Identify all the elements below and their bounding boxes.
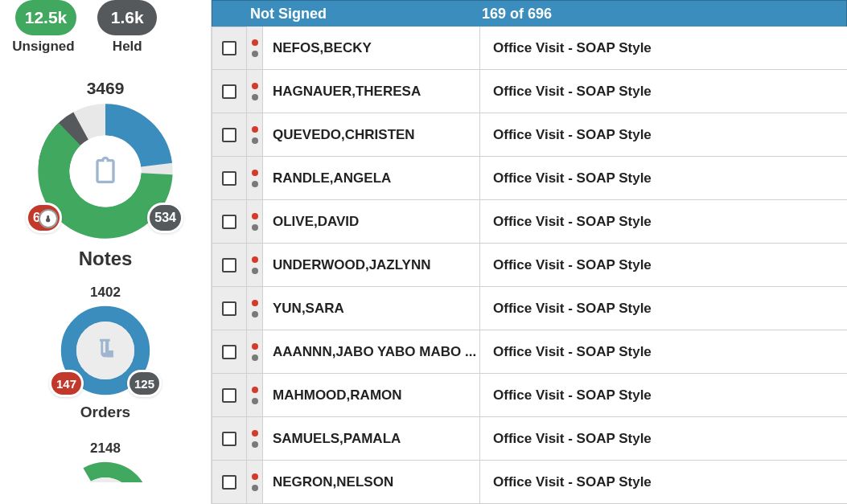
checkbox-icon[interactable] [222,388,236,403]
row-name[interactable]: HAGNAUER,THERESA [263,70,480,113]
table-row[interactable]: NEFOS,BECKYOffice Visit - SOAP Style [212,27,847,70]
badge-red: 147 [49,370,84,397]
row-checkbox-cell[interactable] [212,70,247,113]
pill-label: Unsigned [12,39,74,55]
status-dot-gray-icon [252,485,258,491]
row-type: Office Visit - SOAP Style [480,244,847,287]
row-status-dots [247,330,263,374]
table-row[interactable]: AAANNN,JABO YABO MABO ...Office Visit - … [212,330,847,374]
main-table: Not Signed 169 of 696 NEFOS,BECKYOffice … [211,0,847,504]
row-type: Office Visit - SOAP Style [480,287,847,330]
checkbox-icon[interactable] [222,215,236,229]
table-row[interactable]: SAMUELS,PAMALAOffice Visit - SOAP Style [212,417,847,461]
row-name[interactable]: NEFOS,BECKY [263,27,480,70]
row-type: Office Visit - SOAP Style [480,417,847,461]
table-row[interactable]: MAHMOOD,RAMONOffice Visit - SOAP Style [212,374,847,417]
header-title[interactable]: Not Signed [248,6,482,23]
table-row[interactable]: OLIVE,DAVIDOffice Visit - SOAP Style [212,200,847,244]
row-type: Office Visit - SOAP Style [480,461,847,504]
checkbox-icon[interactable] [222,301,236,316]
row-status-dots [247,157,263,200]
top-pills: 12.5k Unsigned 1.6k Held [38,0,158,55]
row-status-dots [247,70,263,113]
cursor-icon [39,209,58,228]
table-row[interactable]: RANDLE,ANGELAOffice Visit - SOAP Style [212,157,847,200]
donut-total: 2148 [90,440,121,457]
row-name[interactable]: AAANNN,JABO YABO MABO ... [263,330,480,374]
row-type: Office Visit - SOAP Style [480,27,847,70]
row-checkbox-cell[interactable] [212,113,247,157]
table-row[interactable]: QUEVEDO,CHRISTENOffice Visit - SOAP Styl… [212,113,847,157]
pill-value: 1.6k [97,0,157,35]
row-checkbox-cell[interactable] [212,27,247,70]
donut-title: Orders [80,404,130,421]
status-dot-gray-icon [252,398,258,404]
row-status-dots [247,461,263,504]
row-status-dots [247,244,263,287]
row-type: Office Visit - SOAP Style [480,200,847,244]
row-checkbox-cell[interactable] [212,287,247,330]
row-name[interactable]: NEGRON,NELSON [263,461,480,504]
table-header: Not Signed 169 of 696 [212,0,847,27]
row-checkbox-cell[interactable] [212,374,247,417]
row-checkbox-cell[interactable] [212,330,247,374]
checkbox-icon[interactable] [222,345,236,359]
table-row[interactable]: HAGNAUER,THERESAOffice Visit - SOAP Styl… [212,70,847,113]
checkbox-icon[interactable] [222,171,236,186]
badge-gray: 125 [127,370,162,397]
row-type: Office Visit - SOAP Style [480,330,847,374]
checkbox-icon[interactable] [222,128,236,142]
status-dot-gray-icon [252,354,258,361]
row-name[interactable]: OLIVE,DAVID [263,200,480,244]
checkbox-icon[interactable] [222,84,236,99]
status-dot-red-icon [252,170,258,176]
status-dot-gray-icon [252,224,258,231]
pill-value: 12.5k [15,0,77,35]
status-dot-red-icon [252,430,258,436]
row-name[interactable]: YUN,SARA [263,287,480,330]
status-dot-red-icon [252,387,258,393]
donut-notes[interactable]: 3469 696 534 [34,79,177,270]
checkbox-icon[interactable] [222,258,236,272]
table-row[interactable]: UNDERWOOD,JAZLYNNOffice Visit - SOAP Sty… [212,244,847,287]
row-name[interactable]: MAHMOOD,RAMON [263,374,480,417]
checkbox-icon[interactable] [222,432,236,446]
row-name[interactable]: QUEVEDO,CHRISTEN [263,113,480,157]
row-checkbox-cell[interactable] [212,461,247,504]
row-checkbox-cell[interactable] [212,244,247,287]
donut-orders[interactable]: 1402 147 125 Orders [57,285,154,421]
row-name[interactable]: SAMUELS,PAMALA [263,417,480,461]
donut-chart-icon [57,458,154,482]
row-name[interactable]: UNDERWOOD,JAZLYNN [263,244,480,287]
status-dot-gray-icon [252,441,258,448]
table-row[interactable]: NEGRON,NELSONOffice Visit - SOAP Style [212,461,847,504]
checkbox-icon[interactable] [222,41,236,55]
row-name[interactable]: RANDLE,ANGELA [263,157,480,200]
row-status-dots [247,113,263,157]
status-dot-red-icon [252,473,258,480]
pill-held[interactable]: 1.6k Held [97,0,157,55]
status-dot-gray-icon [252,94,258,100]
status-dot-red-icon [252,126,258,133]
row-checkbox-cell[interactable] [212,157,247,200]
row-status-dots [247,287,263,330]
clipboard-icon [86,152,125,191]
row-status-dots [247,374,263,417]
status-dot-red-icon [252,300,258,306]
row-type: Office Visit - SOAP Style [480,157,847,200]
test-tube-icon [86,331,125,370]
status-dot-gray-icon [252,311,258,318]
pill-unsigned[interactable]: 12.5k Unsigned [15,0,77,55]
status-dot-red-icon [252,343,258,350]
row-status-dots [247,200,263,244]
table-row[interactable]: YUN,SARAOffice Visit - SOAP Style [212,287,847,330]
pill-label: Held [113,39,142,55]
row-type: Office Visit - SOAP Style [480,70,847,113]
checkbox-icon[interactable] [222,475,236,490]
donut-third[interactable]: 2148 [57,440,154,482]
donut-total: 3469 [87,79,125,98]
status-dot-red-icon [252,39,258,46]
row-checkbox-cell[interactable] [212,417,247,461]
status-dot-gray-icon [252,51,258,57]
row-checkbox-cell[interactable] [212,200,247,244]
